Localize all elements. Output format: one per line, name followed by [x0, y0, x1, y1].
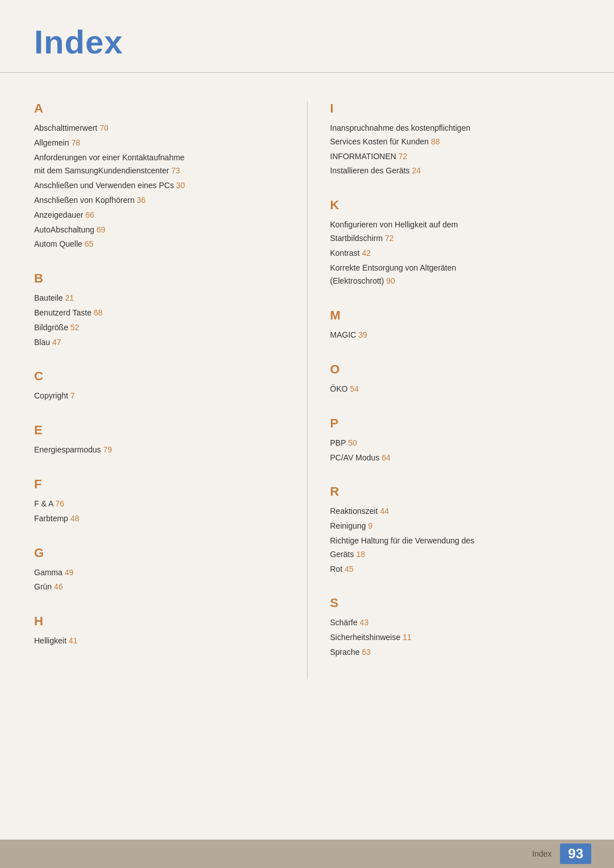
entry-page-number: 73 [171, 166, 180, 175]
list-item: Reaktionszeit 44 [330, 505, 580, 518]
entry-page-number: 24 [412, 166, 421, 175]
section-letter: P [330, 416, 580, 431]
list-item: Anschließen und Verwenden eines PCs 30 [34, 179, 284, 193]
list-item: Konfigurieren von Helligkeit auf dem Sta… [330, 218, 580, 246]
entry-page-number: 43 [360, 618, 369, 627]
entry-page-number: 66 [85, 210, 94, 219]
page-footer: Index 93 [0, 840, 614, 868]
entry-page-number: 49 [65, 568, 74, 577]
list-item: Helligkeit 41 [34, 634, 284, 648]
section-letter: E [34, 423, 284, 438]
entry-page-number: 41 [69, 636, 78, 645]
list-item: INFORMATIONEN 72 [330, 150, 580, 164]
entry-page-number: 68 [94, 308, 103, 317]
entry-page-number: 88 [431, 137, 440, 146]
page-title: Index [34, 23, 580, 61]
section-letter: K [330, 198, 580, 213]
entry-page-number: 47 [52, 338, 61, 347]
list-item: Energiesparmodus 79 [34, 443, 284, 457]
section-letter: G [34, 546, 284, 560]
entry-page-number: 79 [103, 445, 112, 454]
section-letter: S [330, 596, 580, 610]
list-item: Grün 46 [34, 580, 284, 594]
entry-page-number: 64 [381, 453, 391, 462]
left-column: AAbschalttimerwert 70Allgemein 78Anforde… [34, 101, 307, 679]
list-item: Korrekte Entsorgung von Altgeräten (Elek… [330, 261, 580, 289]
list-item: Autom Quelle 65 [34, 238, 284, 251]
list-item: MAGIC 39 [330, 329, 580, 342]
section-letter: C [34, 369, 284, 384]
entry-page-number: 36 [137, 196, 146, 205]
index-section: FF & A 76Farbtemp 48 [34, 477, 284, 526]
list-item: Sprache 63 [330, 646, 580, 659]
index-section: CCopyright 7 [34, 369, 284, 403]
entry-page-number: 76 [55, 499, 64, 508]
entry-page-number: 9 [368, 521, 372, 530]
entry-page-number: 11 [403, 633, 412, 642]
section-letter: F [34, 477, 284, 492]
list-item: Inanspruchnahme des kostenpflichtigen Se… [330, 122, 580, 149]
list-item: Richtige Haltung für die Verwendung des … [330, 534, 580, 562]
entry-page-number: 46 [54, 582, 63, 591]
section-letter: O [330, 362, 580, 377]
list-item: Allgemein 78 [34, 136, 284, 150]
entry-page-number: 30 [176, 181, 185, 190]
list-item: Anschließen von Kopfhörern 36 [34, 194, 284, 207]
list-item: Benutzerd Taste 68 [34, 306, 284, 320]
list-item: Copyright 7 [34, 389, 284, 403]
list-item: Schärfe 43 [330, 616, 580, 630]
list-item: ÖKO 54 [330, 383, 580, 396]
list-item: Anforderungen vor einer Kontaktaufnahme … [34, 151, 284, 178]
list-item: F & A 76 [34, 497, 284, 511]
list-item: Installieren des Geräts 24 [330, 164, 580, 178]
entry-page-number: 21 [65, 293, 74, 302]
index-section: SSchärfe 43Sicherheitshinweise 11Sprache… [330, 596, 580, 659]
content-area: AAbschalttimerwert 70Allgemein 78Anforde… [0, 90, 614, 691]
right-column: IInanspruchnahme des kostenpflichtigen S… [307, 101, 580, 679]
footer-page-number: 93 [560, 844, 591, 864]
entry-page-number: 39 [358, 330, 367, 339]
list-item: Rot 45 [330, 563, 580, 576]
entry-page-number: 52 [70, 323, 80, 332]
list-item: Bauteile 21 [34, 292, 284, 305]
list-item: Reinigung 9 [330, 520, 580, 533]
entry-page-number: 78 [71, 138, 80, 147]
list-item: Gamma 49 [34, 566, 284, 580]
entry-page-number: 54 [350, 384, 359, 393]
entry-page-number: 44 [380, 506, 389, 516]
entry-page-number: 50 [348, 438, 357, 447]
list-item: PC/AV Modus 64 [330, 451, 580, 465]
entry-page-number: 65 [85, 239, 94, 248]
list-item: Sicherheitshinweise 11 [330, 631, 580, 645]
entry-page-number: 70 [99, 123, 109, 132]
section-letter: B [34, 271, 284, 286]
entry-page-number: 90 [386, 276, 395, 285]
index-section: HHelligkeit 41 [34, 614, 284, 648]
entry-page-number: 72 [385, 234, 394, 243]
entry-page-number: 69 [97, 225, 106, 234]
list-item: Anzeigedauer 66 [34, 209, 284, 222]
entry-page-number: 63 [362, 647, 371, 657]
list-item: PBP 50 [330, 437, 580, 450]
index-section: IInanspruchnahme des kostenpflichtigen S… [330, 101, 580, 178]
page-header: Index [0, 0, 614, 73]
index-section: KKonfigurieren von Helligkeit auf dem St… [330, 198, 580, 288]
list-item: Bildgröße 52 [34, 321, 284, 335]
index-section: EEnergiesparmodus 79 [34, 423, 284, 457]
entry-page-number: 18 [356, 550, 365, 559]
list-item: AutoAbschaltung 69 [34, 223, 284, 237]
section-letter: R [330, 484, 580, 499]
section-letter: A [34, 101, 284, 116]
entry-page-number: 7 [70, 391, 75, 400]
index-section: AAbschalttimerwert 70Allgemein 78Anforde… [34, 101, 284, 251]
list-item: Abschalttimerwert 70 [34, 122, 284, 135]
footer-label: Index [532, 849, 551, 858]
index-section: BBauteile 21Benutzerd Taste 68Bildgröße … [34, 271, 284, 349]
entry-page-number: 45 [345, 564, 354, 574]
index-section: OÖKO 54 [330, 362, 580, 396]
index-section: GGamma 49Grün 46 [34, 546, 284, 595]
index-section: MMAGIC 39 [330, 308, 580, 342]
entry-page-number: 42 [362, 248, 371, 258]
index-section: RReaktionszeit 44Reinigung 9Richtige Hal… [330, 484, 580, 576]
section-letter: H [34, 614, 284, 629]
